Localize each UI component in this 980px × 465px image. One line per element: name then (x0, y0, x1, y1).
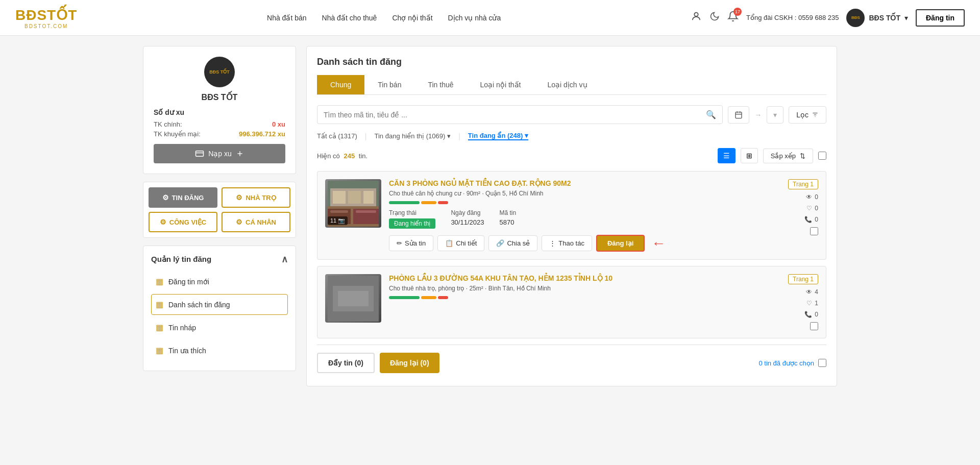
svg-rect-17 (363, 191, 374, 204)
listing-title-2[interactable]: PHÒNG LẦU 3 ĐƯỜNG 54A KHU TÂN TẠO, HẺM 1… (389, 274, 770, 282)
svg-rect-5 (736, 112, 742, 118)
list-icon-3: ▦ (156, 323, 163, 332)
arrow-separator: → (754, 111, 762, 119)
menu-tin-dang[interactable]: ⚙ TIN ĐĂNG (149, 187, 217, 208)
content-box: Danh sách tin đăng Chung Tin bán Tin thu… (306, 46, 837, 386)
select-all-checkbox[interactable] (818, 152, 826, 160)
ma-tin-value-1: 5870 (499, 218, 516, 226)
moon-icon[interactable] (709, 11, 720, 24)
dang-lai-button-1[interactable]: Đăng lại (596, 235, 645, 252)
user-info[interactable]: BĐS BĐS TỐT ▾ (846, 9, 908, 27)
page-badge-1: Trang 1 (788, 179, 818, 189)
hotline-text: Tổng đài CSKH : 0559 688 235 (746, 14, 839, 21)
phone-count-2: 0 (815, 311, 818, 318)
tab-loai-dich-vu[interactable]: Loại dịch vụ (534, 75, 600, 94)
menu-ca-nhan[interactable]: ⚙ CÁ NHÂN (222, 212, 290, 232)
date-filter-start[interactable] (728, 106, 749, 124)
thao-tac-label: Thao tác (558, 239, 584, 247)
tab-tin-ban[interactable]: Tin bán (364, 75, 414, 94)
sort-arrows-icon: ⇅ (800, 152, 805, 160)
filter-an-label: Tin đang ẩn (248) (468, 132, 523, 139)
main-container: BĐS TỐT BĐS TỐT Số dư xu TK chính: 0 xu … (133, 46, 847, 386)
gear-icon-tin-dang: ⚙ (162, 193, 169, 202)
menu-nha-tro[interactable]: ⚙ NHÀ TRỌ (222, 187, 290, 208)
date-filter-end[interactable]: ▾ (767, 106, 783, 124)
logo-text: BĐSTỐT (15, 7, 77, 23)
header-right: 17 Tổng đài CSKH : 0559 688 235 BĐS BĐS … (691, 9, 965, 27)
listing-checkbox-1[interactable] (810, 227, 818, 235)
sidebar-item-dang-tin-moi[interactable]: ▦ Đăng tin mới (151, 271, 288, 292)
sidebar-item-danh-sach[interactable]: ▦ Danh sách tin đăng (151, 294, 288, 315)
nav-nha-dat-cho-thue[interactable]: Nhà đất cho thuê (322, 14, 377, 22)
filter-tin-hien-thi[interactable]: Tin đang hiển thị (1069) ▾ (375, 132, 451, 140)
listing-title-1[interactable]: CĂN 3 PHÒNG NGỦ MẶT TIỀN CAO ĐẠT. RỘNG 9… (389, 179, 770, 187)
stat-heart-1: ♡ 0 (806, 205, 818, 212)
day-tin-button[interactable]: Đẩy tin (0) (317, 353, 375, 373)
status-meta: Trạng thái Đang hiển thị (389, 209, 435, 229)
nav-dich-vu-nha-cua[interactable]: Dịch vụ nhà cửa (448, 14, 501, 22)
stat-phone-2: 📞 0 (804, 311, 818, 318)
profile-icon[interactable] (691, 11, 702, 25)
sidebar-item-tin-ua-thich[interactable]: ▦ Tin ưa thích (151, 340, 288, 361)
tk-khuyen-mai-value: 996.396.712 xu (239, 130, 285, 138)
chi-tiet-button-1[interactable]: 📋 Chi tiết (437, 235, 484, 251)
list-view-button[interactable]: ☰ (718, 148, 736, 163)
thumb-image-2 (325, 274, 381, 323)
tab-tin-thue[interactable]: Tin thuê (414, 75, 467, 94)
menu-cong-viec[interactable]: ⚙ CÔNG VIỆC (149, 212, 217, 232)
svg-rect-20 (330, 210, 348, 213)
nav-cho-noi-that[interactable]: Chợ nội thất (392, 14, 432, 22)
balance-title: Số dư xu (154, 108, 285, 116)
listing-thumb-1: 11 📷 (325, 179, 381, 228)
filter-hien-thi-label: Tin đang hiển thị (1069) (375, 132, 446, 140)
search-input[interactable] (324, 111, 706, 119)
tab-loai-noi-that[interactable]: Loại nội thất (467, 75, 534, 94)
dang-lai-all-button[interactable]: Đăng lại (0) (380, 353, 439, 373)
svg-rect-1 (196, 151, 204, 157)
filter-tin-an[interactable]: Tin đang ẩn (248) ▾ (468, 132, 528, 140)
nap-xu-button[interactable]: Nạp xu (154, 144, 285, 163)
heart-icon: ♡ (806, 205, 812, 212)
listing-sub-2: Cho thuê nhà trọ, phòng trọ · 25m² · Bìn… (389, 285, 770, 292)
heart-count-2: 1 (815, 300, 818, 307)
sua-tin-label: Sửa tin (405, 239, 426, 247)
map-view-button[interactable]: ⊞ (741, 148, 758, 163)
listing-item-1: 11 📷 CĂN 3 PHÒNG NGỦ MẶT TIỀN CAO ĐẠT. R… (317, 171, 826, 260)
filter-tat-ca[interactable]: Tất cả (1317) (317, 132, 357, 140)
detail-icon: 📋 (445, 239, 453, 247)
sua-tin-button-1[interactable]: ✏ Sửa tin (389, 235, 433, 251)
bottom-select-all-checkbox[interactable] (818, 359, 826, 367)
nav-nha-dat-ban[interactable]: Nhà đất bán (267, 14, 307, 22)
listing-checkbox-2[interactable] (810, 322, 818, 330)
chia-se-button-1[interactable]: 🔗 Chia sẻ (488, 235, 537, 251)
menu-cong-viec-label: CÔNG VIỆC (169, 218, 206, 226)
ma-tin-label-text: Mã tin (499, 209, 516, 216)
logo[interactable]: BĐSTỐT BDSTOT.COM (15, 7, 77, 29)
sidebar-profile: BĐS TỐT BĐS TỐT Số dư xu TK chính: 0 xu … (143, 46, 296, 174)
dang-tin-moi-label: Đăng tin mới (168, 278, 209, 286)
danh-sach-label: Danh sách tin đăng (168, 301, 230, 309)
tin-ua-thich-label: Tin ưa thích (168, 347, 206, 355)
edit-icon: ✏ (397, 239, 402, 247)
gear-icon-nha-tro: ⚙ (236, 193, 242, 202)
stats-count: 245 (344, 152, 355, 160)
page-badge-2: Trang 1 (788, 274, 818, 284)
sort-dropdown[interactable]: Sắp xếp ⇅ (763, 149, 813, 163)
listing-thumb-2 (325, 274, 381, 323)
filter-button[interactable]: Lọc (789, 106, 826, 124)
bell-icon[interactable]: 17 (727, 11, 739, 25)
user-avatar: BĐS (846, 9, 865, 27)
sidebar-item-tin-nhap[interactable]: ▦ Tin nháp (151, 317, 288, 338)
sort-label: Sắp xếp (771, 152, 796, 160)
register-button[interactable]: Đăng tin (916, 9, 965, 27)
menu-tin-dang-label: TIN ĐĂNG (172, 194, 204, 202)
chevron-an-icon: ▾ (525, 132, 528, 139)
chevron-down-icon: ▾ (773, 111, 777, 119)
user-dropdown-icon: ▾ (904, 14, 908, 22)
thao-tac-button-1[interactable]: ⋮ Thao tác (542, 235, 592, 251)
section-toggle-icon[interactable]: ∧ (281, 254, 288, 265)
tab-chung[interactable]: Chung (317, 75, 364, 94)
svg-rect-21 (356, 210, 376, 213)
content-area: Danh sách tin đăng Chung Tin bán Tin thu… (306, 46, 837, 386)
stat-view-2: 👁 4 (806, 288, 818, 296)
